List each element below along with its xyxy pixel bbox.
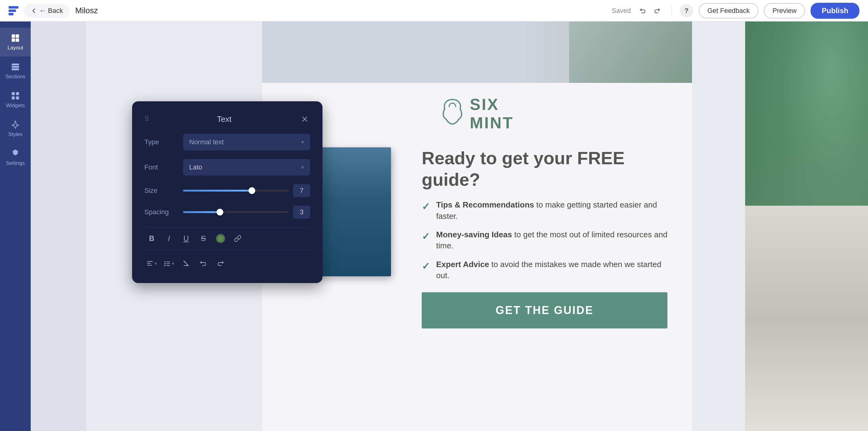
underline-button[interactable]: U <box>179 231 193 246</box>
redo-text-icon <box>217 260 224 267</box>
cta-button[interactable]: GET THE GUIDE <box>422 292 668 328</box>
back-button[interactable]: ← Back <box>24 4 70 18</box>
undo-text-button[interactable] <box>196 256 211 271</box>
svg-point-18 <box>164 265 165 266</box>
feedback-button[interactable]: Get Feedback <box>699 3 758 19</box>
preview-button[interactable]: Preview <box>764 3 805 19</box>
check-icon-3: ✓ <box>422 259 430 273</box>
page-wrapper: SIX MINT ● SIX ● MINT Tips & Time-saving… <box>262 22 692 431</box>
panel-header: ⠿ Text <box>144 113 310 125</box>
size-slider-container: 7 <box>183 184 310 197</box>
brand-name: SIX MINT <box>470 95 514 132</box>
svg-rect-5 <box>12 66 19 68</box>
type-dropdown-arrow: ▾ <box>301 138 304 146</box>
hero-bg-overlay <box>569 22 692 83</box>
size-slider-track[interactable] <box>183 190 289 192</box>
font-dropdown-arrow: ▾ <box>301 164 304 171</box>
cta-label: GET THE GUIDE <box>495 304 593 317</box>
svg-rect-8 <box>16 92 19 95</box>
brand-six: SIX <box>470 95 514 113</box>
check-icon-1: ✓ <box>422 200 430 214</box>
list-dropdown-arrow: ▾ <box>172 261 174 266</box>
sidebar-item-settings-label: Settings <box>6 160 25 166</box>
svg-point-14 <box>164 261 165 262</box>
strikethrough-button[interactable]: S <box>196 231 211 246</box>
widgets-icon <box>10 91 20 101</box>
align-left-button[interactable]: ▾ <box>144 256 159 271</box>
svg-rect-2 <box>12 38 15 42</box>
feature-item-3: ✓ Expert Advice to avoid the mistakes we… <box>422 259 668 281</box>
feature-text-3: Expert Advice to avoid the mistakes we m… <box>436 259 668 281</box>
undo-icon <box>639 7 646 14</box>
page-name: Milosz <box>75 6 98 15</box>
type-label: Type <box>144 138 178 146</box>
feature-text-1: Tips & Recommendations to make getting s… <box>436 199 668 222</box>
align-dropdown-arrow: ▾ <box>155 261 157 266</box>
spacing-slider-container: 3 <box>183 206 310 219</box>
undo-button[interactable] <box>637 5 649 17</box>
feature-bold-3: Expert Advice <box>436 260 489 269</box>
format-toolbar: B I U S <box>144 227 310 250</box>
redo-text-button[interactable] <box>213 256 228 271</box>
section-title-line2: guide? <box>422 169 480 190</box>
svg-rect-1 <box>16 34 19 38</box>
redo-button[interactable] <box>651 5 663 17</box>
help-button[interactable]: ? <box>680 4 693 18</box>
panel-title: Text <box>149 114 299 124</box>
help-icon: ? <box>684 7 688 15</box>
spacing-slider-track[interactable] <box>183 211 289 213</box>
align-toolbar: ▾ ▾ <box>144 256 310 271</box>
size-row: Size 7 <box>144 184 310 197</box>
text-panel: ⠿ Text Type Normal text ▾ Font Lato ▾ <box>132 101 322 283</box>
preview-label: Preview <box>773 7 797 14</box>
svg-rect-6 <box>12 68 19 70</box>
spacing-row: Spacing 3 <box>144 206 310 219</box>
clear-format-icon <box>182 260 190 267</box>
undo-text-icon <box>199 260 207 267</box>
sidebar-item-styles-label: Styles <box>8 131 23 137</box>
hero-background <box>262 22 692 83</box>
font-dropdown[interactable]: Lato ▾ <box>183 159 310 175</box>
sidebar-item-widgets[interactable]: Widgets <box>0 85 31 114</box>
feature-bold-2: Money-saving Ideas <box>436 230 512 239</box>
bold-button[interactable]: B <box>144 231 159 246</box>
font-row: Font Lato ▾ <box>144 159 310 175</box>
size-slider-fill <box>183 190 252 192</box>
svg-rect-10 <box>16 96 19 99</box>
main-canvas-area: SIX MINT ● SIX ● MINT Tips & Time-saving… <box>31 22 868 431</box>
two-col-section: ● SIX ● MINT Tips & Time-saving... This … <box>262 141 692 335</box>
saved-status: Saved <box>612 7 631 15</box>
feature-bold-1: Tips & Recommendations <box>436 200 534 209</box>
svg-rect-0 <box>12 34 15 38</box>
type-dropdown[interactable]: Normal text ▾ <box>183 134 310 151</box>
sidebar-item-styles[interactable]: Styles <box>0 114 31 143</box>
feature-text-2: Money-saving Ideas to get the most out o… <box>436 229 668 252</box>
font-value: Lato <box>189 163 203 171</box>
publish-label: Publish <box>822 6 848 15</box>
publish-button[interactable]: Publish <box>811 3 859 19</box>
brand-mint: MINT <box>470 113 514 132</box>
list-dropdown: ▾ <box>161 258 177 269</box>
font-label: Font <box>144 163 178 171</box>
clear-format-button[interactable] <box>179 256 193 271</box>
sidebar-item-settings[interactable]: Settings <box>0 143 31 172</box>
list-icon <box>164 261 170 266</box>
left-panel-scroll <box>31 22 86 431</box>
sidebar-item-layout[interactable]: Layout <box>0 28 31 57</box>
content-col: Ready to get your FREE guide? ✓ Tips & R… <box>403 147 668 328</box>
italic-button[interactable]: I <box>161 231 176 246</box>
panel-close-button[interactable] <box>299 113 310 125</box>
link-button[interactable] <box>230 231 245 246</box>
layout-icon <box>10 33 20 43</box>
right-image-strip <box>745 22 868 431</box>
undo-redo-group <box>637 5 663 17</box>
align-left-icon <box>147 261 153 266</box>
logo <box>9 6 19 15</box>
align-left-dropdown: ▾ <box>144 258 159 269</box>
color-button[interactable] <box>213 231 228 246</box>
section-title: Ready to get your FREE guide? <box>422 147 668 190</box>
list-style-button[interactable]: ▾ <box>161 256 176 271</box>
svg-rect-9 <box>12 96 15 99</box>
drag-handle[interactable]: ⠿ <box>144 115 149 123</box>
sidebar-item-sections[interactable]: Sections <box>0 57 31 85</box>
